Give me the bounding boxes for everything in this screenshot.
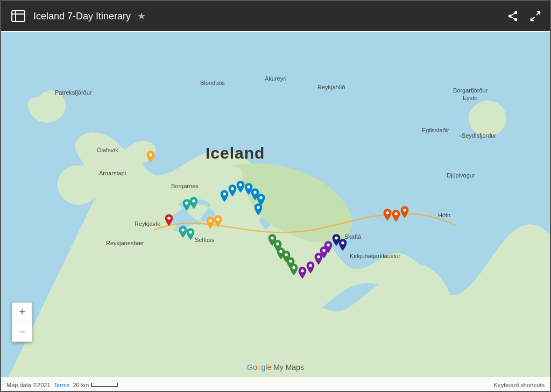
- svg-point-38: [394, 212, 398, 216]
- header-right: [507, 10, 541, 22]
- footer-left: Map data ©2021 Terms 20 km: [6, 382, 118, 388]
- zoom-out-button[interactable]: −: [12, 322, 32, 341]
- svg-point-20: [257, 206, 260, 209]
- svg-line-7: [511, 13, 514, 16]
- page-title: Iceland 7-Day Itinerary: [33, 11, 131, 22]
- google-mymaps-logo: Google My Maps: [247, 363, 304, 372]
- footer: Map data ©2021 Terms 20 km Keyboard shor…: [1, 377, 550, 392]
- svg-point-15: [231, 187, 234, 190]
- pin-yellow-3[interactable]: [212, 215, 224, 231]
- map-icon: [10, 8, 27, 25]
- fullscreen-button[interactable]: [529, 10, 541, 22]
- svg-point-19: [259, 196, 263, 199]
- svg-point-4: [508, 15, 512, 18]
- svg-point-41: [341, 241, 344, 245]
- svg-point-5: [514, 18, 518, 21]
- keyboard-shortcuts-link[interactable]: Keyboard shortcuts: [493, 382, 545, 388]
- svg-point-14: [223, 193, 226, 196]
- map-data-label: Map data ©2021: [6, 382, 51, 388]
- svg-point-24: [189, 231, 192, 234]
- svg-line-8: [536, 12, 540, 15]
- header: Iceland 7-Day Itinerary ★: [1, 1, 550, 31]
- svg-point-35: [327, 244, 330, 247]
- svg-line-6: [511, 17, 514, 19]
- pin-blue-7[interactable]: [252, 203, 264, 219]
- scale-indicator: 20 km: [73, 382, 118, 388]
- svg-point-3: [514, 11, 518, 15]
- svg-point-22: [192, 199, 195, 203]
- scale-label: 20 km: [73, 382, 89, 388]
- svg-point-12: [209, 219, 212, 223]
- svg-point-32: [309, 264, 312, 267]
- pin-yellow-1[interactable]: [145, 151, 157, 167]
- pin-red-1[interactable]: [163, 214, 175, 230]
- map-background: [1, 31, 550, 392]
- zoom-in-button[interactable]: +: [12, 303, 32, 322]
- svg-point-37: [386, 211, 389, 215]
- svg-line-9: [531, 17, 534, 20]
- pin-orange-3[interactable]: [399, 206, 411, 222]
- zoom-controls: + −: [12, 302, 32, 342]
- svg-point-31: [292, 266, 295, 269]
- svg-point-30: [289, 260, 292, 263]
- terms-link[interactable]: Terms: [54, 382, 70, 388]
- map-container[interactable]: Iceland Patreksfjörður Blönduós Akureyri…: [1, 31, 550, 392]
- svg-point-29: [285, 253, 288, 256]
- svg-point-16: [239, 183, 242, 187]
- svg-point-26: [271, 237, 274, 240]
- svg-point-13: [216, 218, 220, 221]
- svg-rect-0: [12, 11, 25, 22]
- svg-point-25: [167, 217, 171, 220]
- pin-teal-2[interactable]: [188, 197, 200, 213]
- svg-point-23: [181, 229, 185, 232]
- svg-point-39: [403, 209, 406, 212]
- pin-navy-2[interactable]: [337, 239, 349, 255]
- svg-point-11: [149, 153, 152, 156]
- svg-point-36: [301, 269, 304, 273]
- pin-teal-4[interactable]: [185, 228, 196, 244]
- header-left: Iceland 7-Day Itinerary ★: [10, 8, 146, 25]
- share-button[interactable]: [507, 10, 519, 22]
- star-icon[interactable]: ★: [137, 10, 146, 22]
- scale-bar: [91, 383, 118, 387]
- pin-purple-5[interactable]: [296, 267, 308, 283]
- svg-point-27: [276, 243, 279, 246]
